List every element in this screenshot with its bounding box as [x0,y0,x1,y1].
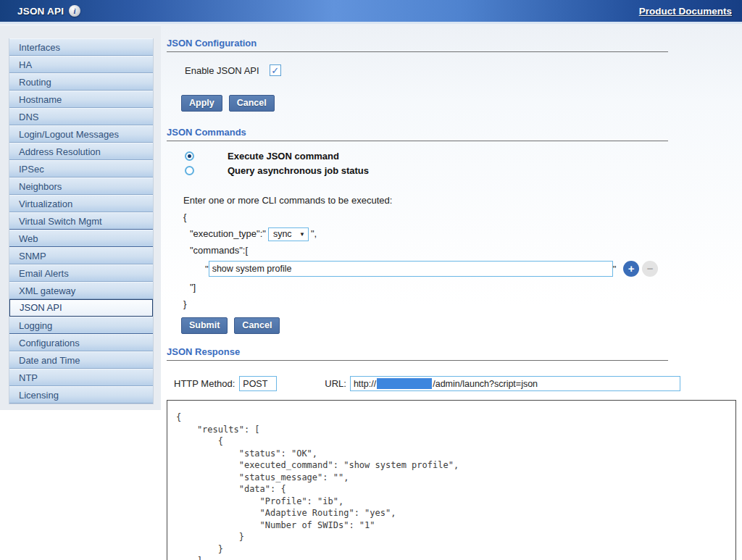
sidebar-item-web[interactable]: Web [9,230,153,247]
page-title-text: JSON API [17,6,64,17]
sidebar-item-dns[interactable]: DNS [9,108,153,125]
execution-type-suffix: ", [311,228,317,239]
cli-instruction: Enter one or more CLI commands to be exe… [183,195,741,206]
url-input[interactable]: http:// /admin/launch?script=json [350,376,680,391]
http-request-row: HTTP Method: URL: http:// /admin/launch?… [174,376,741,391]
product-documents-link[interactable]: Product Documents [639,6,732,17]
sidebar-item-date-and-time[interactable]: Date and Time [9,351,153,369]
command-mode-radio-group: Execute JSON command Query asynchronous … [185,151,741,176]
page-title: JSON API i [17,5,80,17]
sidebar-item-neighbors[interactable]: Neighbors [9,177,153,195]
sidebar-item-logging[interactable]: Logging [9,317,153,334]
sidebar-item-json-api[interactable]: JSON API [9,299,153,317]
sidebar-item-interfaces[interactable]: Interfaces [9,38,153,56]
execute-command-radio-row: Execute JSON command [185,151,741,162]
chevron-down-icon: ▼ [299,226,305,243]
sidebar-item-licensing[interactable]: Licensing [9,386,153,404]
url-redacted-host [377,378,432,389]
editor-open-brace: { [183,209,741,225]
json-response-output[interactable]: { "results": [ { "status": "OK", "execut… [167,400,736,560]
execute-command-radio[interactable] [185,151,194,161]
commands-cancel-button[interactable]: Cancel [234,317,280,334]
sidebar-item-virtualization[interactable]: Virtualization [9,195,153,212]
enable-json-api-checkbox[interactable]: ✓ [270,64,281,76]
top-bar: JSON API i Product Documents [0,0,742,24]
sidebar-item-virtual-switch-mgmt[interactable]: Virtual Switch Mgmt [9,212,153,230]
query-job-status-radio-row: Query asynchronous job status [185,165,741,176]
apply-button[interactable]: Apply [181,95,222,112]
editor-close-brace: } [183,296,741,312]
json-configuration-title: JSON Configuration [167,38,668,52]
sidebar-item-login-logout-messages[interactable]: Login/Logout Messages [9,125,153,143]
sidebar-item-ha[interactable]: HA [9,56,153,73]
cancel-button[interactable]: Cancel [229,95,275,112]
execution-type-select[interactable]: sync▼ [268,227,309,241]
radio-selected-dot [188,154,191,158]
execute-command-radio-label: Execute JSON command [228,151,339,162]
editor-close-bracket: "] [190,279,741,296]
add-command-button[interactable]: + [623,261,639,277]
sidebar-item-ntp[interactable]: NTP [9,369,153,386]
execution-type-line: "execution_type":"sync▼", [190,225,741,242]
query-job-status-radio[interactable] [185,166,194,175]
info-icon[interactable]: i [69,5,80,17]
sidebar-item-configurations[interactable]: Configurations [9,334,153,351]
http-method-label: HTTP Method: [174,378,235,389]
remove-command-button[interactable]: − [642,261,658,277]
commands-buttons: Submit Cancel [181,317,741,334]
sidebar: Interfaces HA Routing Hostname DNS Login… [0,26,161,410]
submit-button[interactable]: Submit [181,317,228,334]
enable-json-api-label: Enable JSON API [185,65,259,76]
http-method-input[interactable] [239,376,277,391]
json-command-editor: { "execution_type":"sync▼", "commands":[… [167,209,741,312]
command-close-quote: " [613,264,617,275]
sidebar-item-ipsec[interactable]: IPSec [9,160,153,177]
sidebar-item-email-alerts[interactable]: Email Alerts [9,264,153,282]
query-job-status-radio-label: Query asynchronous job status [228,165,369,176]
sidebar-item-snmp[interactable]: SNMP [9,247,153,264]
commands-array-label: "commands":[ [190,242,741,259]
check-icon: ✓ [271,66,279,75]
sidebar-menu: Interfaces HA Routing Hostname DNS Login… [9,38,154,404]
sidebar-item-routing[interactable]: Routing [9,73,153,91]
url-prefix: http:// [354,379,376,389]
json-commands-title: JSON Commands [167,127,668,141]
command-input-row: " " + − [205,261,741,277]
configuration-buttons: Apply Cancel [181,95,741,112]
execution-type-label: "execution_type":" [190,228,266,239]
command-input[interactable] [209,261,613,277]
enable-json-api-row: Enable JSON API ✓ [185,64,741,76]
sidebar-item-address-resolution[interactable]: Address Resolution [9,143,153,160]
url-suffix: /admin/launch?script=json [433,379,538,389]
execution-type-value: sync [273,226,292,243]
url-label: URL: [325,378,346,389]
json-response-title: JSON Response [167,346,668,361]
main-content: JSON Configuration Enable JSON API ✓ App… [167,26,741,560]
sidebar-item-xml-gateway[interactable]: XML gateway [9,282,153,299]
sidebar-item-hostname[interactable]: Hostname [9,91,153,108]
